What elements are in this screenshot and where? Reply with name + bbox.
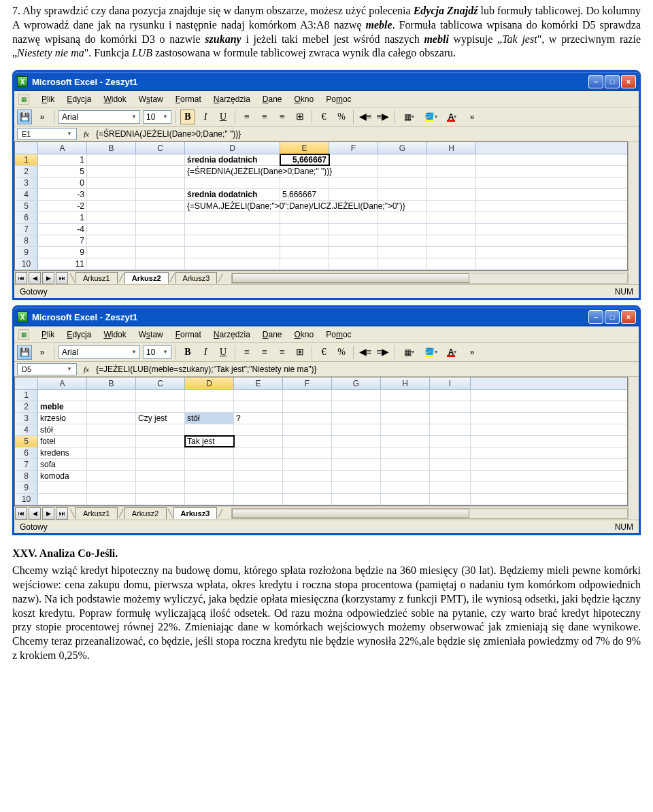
cell[interactable] [283, 390, 332, 401]
cell[interactable] [381, 494, 430, 505]
tab-nav-next[interactable]: ▶ [42, 507, 54, 520]
cell[interactable] [87, 401, 136, 412]
minimize-button[interactable]: – [588, 75, 603, 88]
row-header[interactable]: 3 [15, 177, 38, 188]
cell[interactable] [136, 166, 185, 177]
grid[interactable]: A B C D E F G H I 1 2 meble 3 krzesło [14, 377, 628, 506]
cell[interactable] [38, 494, 87, 505]
cell[interactable] [234, 482, 283, 493]
cell[interactable] [280, 258, 329, 269]
row-header[interactable]: 5 [15, 201, 38, 212]
cell[interactable] [381, 482, 430, 493]
cell[interactable] [185, 447, 234, 458]
currency-button[interactable]: € [316, 109, 331, 124]
row-header[interactable]: 4 [15, 189, 38, 200]
cell[interactable] [430, 413, 471, 424]
tab-nav-first[interactable]: ⏮ [15, 272, 27, 284]
cell[interactable] [378, 166, 427, 177]
cell[interactable] [185, 235, 280, 246]
cell[interactable] [332, 471, 381, 481]
cell[interactable] [280, 235, 329, 246]
cell[interactable] [427, 166, 476, 177]
row-header[interactable]: 2 [15, 401, 38, 412]
row-header[interactable]: 8 [15, 471, 38, 481]
cell[interactable] [234, 390, 283, 401]
menu-wstaw[interactable]: Wstaw [133, 328, 169, 341]
cell[interactable] [136, 482, 185, 493]
cell-A4[interactable]: -3 [38, 189, 87, 200]
menu-okno[interactable]: Okno [289, 92, 320, 106]
cell[interactable] [136, 494, 185, 505]
cell[interactable] [332, 447, 381, 458]
col-header-H[interactable]: H [427, 142, 476, 154]
cell[interactable] [38, 482, 87, 493]
cell[interactable] [283, 494, 332, 505]
cell[interactable] [283, 401, 332, 412]
col-header-C[interactable]: C [136, 142, 185, 154]
vertical-scrollbar[interactable] [628, 377, 639, 520]
decrease-indent-button[interactable]: ◀≡ [358, 109, 373, 124]
sheet-tab-arkusz2[interactable]: Arkusz2 [124, 272, 169, 284]
row-header[interactable]: 6 [15, 447, 38, 458]
align-left-button[interactable]: ≡ [239, 345, 254, 360]
menu-format[interactable]: Format [170, 328, 207, 341]
cell-D5[interactable]: {=SUMA.JEŻELI(Dane;">0";Dane)/LICZ.JEŻEL… [185, 201, 280, 212]
toolbar-overflow-2[interactable]: » [465, 345, 480, 360]
col-header-G[interactable]: G [332, 377, 381, 389]
maximize-button[interactable]: □ [605, 310, 620, 324]
close-button[interactable]: × [621, 310, 636, 324]
row-header[interactable]: 3 [15, 413, 38, 424]
font-size-select[interactable]: 10▼ [143, 110, 171, 124]
cell-A10[interactable]: 11 [38, 258, 87, 269]
cell[interactable] [329, 189, 378, 200]
fx-icon[interactable]: fx [80, 365, 93, 373]
row-header[interactable]: 5 [15, 436, 38, 447]
cell[interactable] [234, 494, 283, 505]
cell-A2[interactable]: 5 [38, 166, 87, 177]
titlebar[interactable]: X Microsoft Excel - Zeszyt1 – □ × [14, 72, 639, 91]
cell[interactable] [381, 390, 430, 401]
percent-button[interactable]: % [334, 109, 349, 124]
cell-A5[interactable]: -2 [38, 201, 87, 212]
menu-dane[interactable]: Dane [257, 328, 288, 341]
cell[interactable] [283, 424, 332, 435]
cell[interactable] [378, 189, 427, 200]
cell-A6[interactable]: kredens [38, 447, 87, 458]
cell[interactable] [329, 224, 378, 235]
titlebar[interactable]: X Microsoft Excel - Zeszyt1 – □ × [14, 307, 639, 326]
cell[interactable] [283, 459, 332, 470]
sheet-tab-arkusz3[interactable]: Arkusz3 [175, 272, 218, 284]
save-button[interactable]: 💾 [17, 109, 32, 124]
select-all-corner[interactable] [15, 142, 38, 154]
cell-D4[interactable]: średnia dodatnich [185, 189, 280, 200]
cell[interactable] [430, 424, 471, 435]
cell[interactable] [381, 459, 430, 470]
cell[interactable] [87, 482, 136, 493]
menu-widok[interactable]: Widok [98, 92, 131, 106]
close-button[interactable]: × [621, 75, 636, 88]
cell[interactable] [185, 401, 234, 412]
italic-button[interactable]: I [198, 109, 213, 124]
menu-edycja[interactable]: Edycja [61, 92, 97, 106]
cell[interactable] [378, 247, 427, 258]
increase-indent-button[interactable]: ≡▶ [375, 345, 390, 360]
cell[interactable] [87, 413, 136, 424]
cell[interactable] [329, 258, 378, 269]
cell[interactable] [430, 390, 471, 401]
cell[interactable] [185, 224, 280, 235]
col-header-I[interactable]: I [430, 377, 471, 389]
row-header[interactable]: 10 [15, 494, 38, 505]
cell[interactable] [430, 459, 471, 470]
vertical-scrollbar[interactable] [628, 141, 639, 284]
toolbar-overflow-2[interactable]: » [465, 109, 480, 124]
cell[interactable] [87, 390, 136, 401]
bold-button[interactable]: B [180, 109, 195, 124]
cell-C3[interactable]: Czy jest [136, 413, 185, 424]
cell[interactable] [87, 247, 136, 258]
cell-E4[interactable]: 5,666667 [280, 189, 329, 200]
cell-D5-active[interactable]: Tak jest [185, 436, 234, 447]
cell[interactable] [136, 189, 185, 200]
menu-plik[interactable]: Plik [36, 92, 60, 106]
cell[interactable] [185, 390, 234, 401]
cell[interactable] [136, 459, 185, 470]
